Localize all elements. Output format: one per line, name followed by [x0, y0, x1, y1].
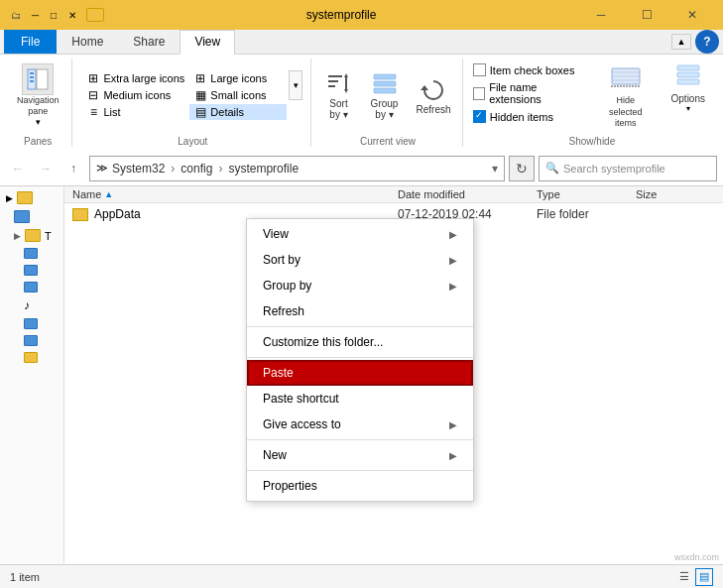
options-arrow[interactable]: ▾	[686, 104, 690, 113]
ctx-give-access[interactable]: Give access to ▶	[247, 412, 473, 437]
sidebar-item-t[interactable]: ▶ T	[0, 226, 63, 245]
navigation-pane-label: Navigationpane	[17, 95, 60, 117]
svg-rect-4	[30, 80, 34, 82]
sort-by-icon	[325, 70, 353, 98]
sidebar-item-5[interactable]	[0, 279, 63, 295]
ctx-give-access-arrow: ▶	[449, 419, 457, 430]
sidebar-folder-blue-4	[24, 282, 38, 293]
layout-group-label: Layout	[178, 132, 207, 147]
list-btn[interactable]: ≡ List	[82, 104, 188, 120]
sidebar-item-2[interactable]	[0, 207, 63, 226]
close-window-btn[interactable]: ✕	[669, 0, 715, 30]
group-by-button[interactable]: Groupby ▾	[365, 68, 405, 122]
sidebar-item-8[interactable]	[0, 349, 63, 366]
search-box[interactable]: 🔍 Search systemprofile	[539, 156, 717, 181]
minimize-btn[interactable]: ─	[28, 10, 43, 21]
sidebar-item-expand[interactable]: ▶	[0, 188, 63, 207]
address-chevron[interactable]: ▾	[492, 162, 498, 176]
ctx-give-access-label: Give access to	[263, 417, 341, 431]
navigation-pane-arrow[interactable]: ▾	[36, 117, 41, 127]
extra-large-label: Extra large icons	[103, 72, 184, 84]
ctx-paste[interactable]: Paste	[247, 360, 473, 386]
ctx-properties[interactable]: Properties	[247, 473, 473, 499]
breadcrumb-sep-2: ›	[218, 162, 222, 176]
sidebar-expand-icon: ▶	[6, 193, 13, 203]
ctx-paste-label: Paste	[263, 366, 294, 380]
ribbon-tabs: File Home Share View ▲ ?	[0, 30, 723, 55]
tab-file[interactable]: File	[4, 30, 57, 54]
refresh-button[interactable]: Refresh	[411, 74, 457, 117]
list-view-button[interactable]: ☰	[675, 568, 693, 586]
extra-large-icons-btn[interactable]: ⊞ Extra large icons	[82, 70, 188, 86]
large-icons-btn[interactable]: ⊞ Large icons	[189, 70, 287, 86]
ctx-customize[interactable]: Customize this folder...	[247, 329, 473, 355]
ctx-paste-shortcut-label: Paste shortcut	[263, 392, 339, 406]
sidebar-item-4[interactable]	[0, 262, 63, 279]
hidden-items-checkbox[interactable]	[473, 110, 486, 123]
close-btn[interactable]: ✕	[64, 10, 80, 21]
tab-share[interactable]: Share	[118, 30, 180, 54]
col-name-header[interactable]: Name ▲	[72, 188, 398, 200]
options-button[interactable]: Options ▾	[665, 59, 711, 117]
maximize-window-btn[interactable]: ☐	[624, 0, 669, 30]
small-icon: ▦	[193, 88, 207, 102]
up-button[interactable]: ↑	[61, 157, 85, 180]
back-button[interactable]: ←	[6, 157, 30, 180]
hidden-items-toggle[interactable]: Hidden items	[473, 109, 586, 124]
medium-icons-btn[interactable]: ⊟ Medium icons	[82, 87, 188, 103]
tab-view[interactable]: View	[180, 30, 235, 55]
ctx-new[interactable]: New ▶	[247, 442, 473, 468]
breadcrumb-sep-1: ›	[171, 162, 175, 176]
sidebar-item-7[interactable]	[0, 332, 63, 349]
file-name-extensions-toggle[interactable]: File name extensions	[473, 80, 586, 106]
sidebar-item-music[interactable]: ♪	[0, 295, 63, 315]
sidebar-item-6[interactable]	[0, 315, 63, 332]
ctx-paste-shortcut[interactable]: Paste shortcut	[247, 386, 473, 412]
address-box[interactable]: ≫ System32 › config › systemprofile ▾	[89, 156, 505, 181]
file-list-header: Name ▲ Date modified Type Size	[64, 186, 723, 203]
hide-selected-label: Hide selecteditems	[600, 95, 652, 130]
item-check-boxes-checkbox[interactable]	[473, 63, 486, 76]
minimize-window-btn[interactable]: ─	[578, 0, 624, 30]
forward-button[interactable]: →	[34, 157, 58, 180]
show-hide-group-content: Item check boxes File name extensions Hi…	[473, 59, 711, 132]
refresh-label: Refresh	[417, 104, 451, 115]
search-icon: 🔍	[545, 162, 559, 175]
file-name-extensions-checkbox[interactable]	[473, 87, 485, 100]
file-name-extensions-label: File name extensions	[489, 81, 586, 105]
ctx-refresh[interactable]: Refresh	[247, 298, 473, 324]
ctx-sep-1	[247, 326, 473, 327]
ctx-view[interactable]: View ▶	[247, 221, 473, 247]
sidebar-folder-blue-1	[14, 210, 30, 223]
layout-group-content: ⊞ Extra large icons ⊞ Large icons ⊟ Medi…	[82, 59, 302, 132]
breadcrumb-system32[interactable]: System32	[112, 162, 165, 176]
small-icons-btn[interactable]: ▦ Small icons	[189, 87, 287, 103]
ctx-properties-label: Properties	[263, 479, 317, 493]
window-title: systemprofile	[110, 8, 572, 22]
svg-rect-12	[374, 81, 396, 86]
help-button[interactable]: ?	[695, 30, 719, 54]
hide-selected-items-button[interactable]: Hide selecteditems	[594, 59, 658, 132]
address-refresh-button[interactable]: ↻	[509, 156, 535, 181]
details-view-button[interactable]: ▤	[695, 568, 713, 586]
ctx-sort-by[interactable]: Sort by ▶	[247, 247, 473, 273]
sidebar-t-label: T	[45, 230, 52, 242]
breadcrumb-systemprofile[interactable]: systemprofile	[228, 162, 299, 176]
layout-more-arrow[interactable]: ▾	[289, 70, 302, 100]
context-menu: View ▶ Sort by ▶ Group by ▶ Refresh Cust…	[246, 218, 474, 502]
navigation-pane-icon	[22, 63, 54, 95]
breadcrumb-config[interactable]: config	[181, 162, 212, 176]
maximize-btn[interactable]: □	[47, 10, 60, 21]
tab-home[interactable]: Home	[57, 30, 118, 54]
col-size-header[interactable]: Size	[636, 188, 715, 200]
ctx-group-by[interactable]: Group by ▶	[247, 273, 473, 298]
navigation-pane-button[interactable]: Navigationpane ▾	[11, 59, 65, 131]
details-btn[interactable]: ▤ Details	[189, 104, 287, 120]
item-check-boxes-toggle[interactable]: Item check boxes	[473, 62, 586, 77]
col-date-header[interactable]: Date modified	[398, 188, 537, 200]
sidebar-item-3[interactable]	[0, 245, 63, 262]
sort-by-button[interactable]: Sortby ▾	[319, 68, 359, 122]
title-bar: 🗂 ─ □ ✕ systemprofile ─ ☐ ✕	[0, 0, 723, 30]
ribbon-collapse-btn[interactable]: ▲	[671, 34, 691, 50]
col-type-header[interactable]: Type	[537, 188, 636, 200]
